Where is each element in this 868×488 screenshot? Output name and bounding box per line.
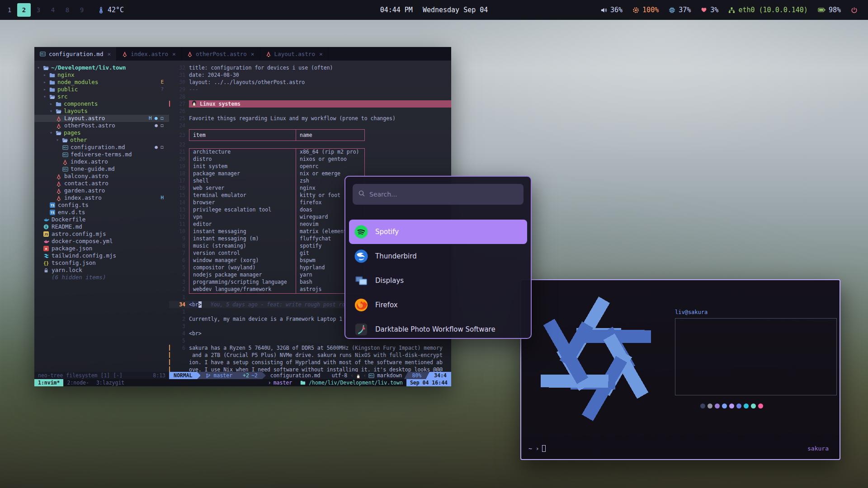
launcher-item[interactable]: Displays xyxy=(349,268,527,293)
editor-tab[interactable]: configuration.md × xyxy=(34,47,117,61)
tree-item[interactable]: {} tsconfig.json xyxy=(34,259,169,267)
tree-item[interactable]: ~/Development/liv.town xyxy=(34,64,169,71)
tree-item-label: index.astro xyxy=(64,194,102,202)
status-module[interactable] xyxy=(851,7,861,14)
tree-item[interactable]: layouts xyxy=(34,108,169,115)
tree-item[interactable]: TS config.ts xyxy=(34,202,169,209)
expander-icon[interactable] xyxy=(50,100,56,108)
app-label: Thunderbird xyxy=(375,252,417,260)
tree-item-label: src xyxy=(57,93,68,100)
status-module[interactable]: 98% xyxy=(818,6,841,14)
line-number: 24 xyxy=(173,122,189,129)
workspace-label: 8 xyxy=(66,6,69,14)
line-number: 6 xyxy=(173,344,189,352)
tree-item[interactable]: Dockerfile xyxy=(34,216,169,223)
status-module[interactable]: 36% xyxy=(600,6,623,14)
terminal-window[interactable]: liv@sakura OS: NixOS 24.11.20240828.71e9… xyxy=(520,279,840,460)
workspace-button[interactable]: 9 xyxy=(75,3,89,17)
tab-close-icon[interactable]: × xyxy=(319,51,323,57)
expander-icon[interactable] xyxy=(50,129,56,136)
status-module[interactable]: 100% xyxy=(632,6,659,14)
tree-item[interactable]: public ? xyxy=(34,86,169,93)
fetch-field: Shell: zsh 5.9 xyxy=(680,361,832,368)
shell-prompt[interactable]: ~ › xyxy=(528,445,546,452)
tree-item-label: other xyxy=(70,136,87,144)
expander-icon[interactable] xyxy=(50,108,56,115)
workspace-button[interactable]: 4 xyxy=(46,3,60,17)
tree-item[interactable]: garden.astro xyxy=(34,187,169,194)
launcher-item[interactable]: Thunderbird xyxy=(349,244,527,268)
tree-item[interactable]: yarn.lock xyxy=(34,267,169,274)
tree-item[interactable]: n package.json xyxy=(34,245,169,252)
tree-item[interactable]: configuration.md ● ◻ xyxy=(34,144,169,151)
expander-icon[interactable] xyxy=(56,136,62,144)
table-cell-item: programming/scripting language xyxy=(189,279,296,286)
tree-item[interactable]: nginx xyxy=(34,71,169,79)
markdown-header-line: 27 Linux systems xyxy=(169,100,451,108)
status-text: 37% xyxy=(679,6,691,14)
launcher-item[interactable]: Spotify xyxy=(349,220,527,244)
tree-item[interactable]: (6 hidden items) xyxy=(34,274,169,281)
tree-item[interactable]: pages xyxy=(34,129,169,136)
file-encoding: utf-8 xyxy=(330,372,349,379)
file-icon xyxy=(56,188,64,194)
tree-item[interactable]: index.astro H xyxy=(34,194,169,202)
tree-item[interactable]: i README.md xyxy=(34,223,169,230)
editor-tab[interactable]: index.astro × xyxy=(117,47,182,61)
tree-item[interactable]: contact.astro xyxy=(34,180,169,187)
tree-item[interactable]: Layout.astro H ● ◻ xyxy=(34,115,169,122)
expander-icon[interactable] xyxy=(43,71,49,79)
table-cell-item: vpn xyxy=(189,214,296,221)
tab-close-icon[interactable]: × xyxy=(251,51,255,57)
expander-icon[interactable] xyxy=(43,79,49,86)
line-number: 8 xyxy=(169,242,189,249)
table-row: architecture x86_64 (rip m2 pro) xyxy=(189,149,364,156)
launcher-item[interactable]: Firefox xyxy=(349,293,527,317)
editor-tab[interactable]: Layout.astro × xyxy=(260,47,329,61)
tree-item[interactable]: components xyxy=(34,100,169,108)
tree-item[interactable]: docker-compose.yml xyxy=(34,238,169,245)
status-module[interactable]: 37% xyxy=(669,6,691,14)
table-row: privilege escalation tool doas xyxy=(189,206,364,214)
tree-item[interactable]: fediverse-terms.md xyxy=(34,151,169,158)
launcher-item[interactable]: Darktable Photo Workflow Software xyxy=(349,317,527,339)
workspace-button[interactable]: 1 xyxy=(3,3,16,17)
file-icon xyxy=(56,174,64,179)
expander-icon[interactable] xyxy=(43,93,49,100)
expander-icon[interactable] xyxy=(43,86,49,93)
tmux-window[interactable]: 2:node- xyxy=(63,379,92,386)
status-module[interactable]: eth0 (10.0.0.140) xyxy=(728,6,808,14)
expander-icon[interactable] xyxy=(37,64,43,71)
editor-tab[interactable]: otherPost.astro × xyxy=(182,47,260,61)
table-row: vpn wireguard xyxy=(189,214,364,221)
tree-item[interactable]: src xyxy=(34,93,169,100)
table-cell-item: browser xyxy=(189,199,296,206)
workspace-button[interactable]: 2 xyxy=(17,3,31,17)
tmux-window[interactable]: 1:nvim* xyxy=(34,379,63,386)
table-row: window manager (xorg) bspwm xyxy=(189,257,364,264)
status-module[interactable]: 3% xyxy=(701,6,718,14)
tree-item[interactable]: balcony.astro xyxy=(34,173,169,180)
tree-item[interactable]: tone-guide.md xyxy=(34,165,169,173)
topbar-left: 1 2 3 4 8 xyxy=(0,3,124,17)
workspace-button[interactable]: 3 xyxy=(32,3,45,17)
tree-item[interactable]: TS env.d.ts xyxy=(34,209,169,216)
table-row: package manager nix or emerge xyxy=(189,170,364,178)
file-icon xyxy=(62,167,71,172)
file-type-icon xyxy=(266,51,271,57)
tree-item[interactable]: index.astro xyxy=(34,158,169,165)
statusline: neo-tree filesystem [1] [-] 8:13 NORMAL … xyxy=(34,372,451,379)
tree-item[interactable]: node_modules E xyxy=(34,79,169,86)
workspace-button[interactable]: 8 xyxy=(61,3,74,17)
tab-close-icon[interactable]: × xyxy=(172,51,176,57)
search-input[interactable] xyxy=(369,191,518,198)
tmux-window[interactable]: 3:lazygit xyxy=(93,379,128,386)
search-box[interactable] xyxy=(353,184,524,205)
tree-item[interactable]: JS astro.config.mjs xyxy=(34,230,169,238)
neotree-panel: ~/Development/liv.town nginx xyxy=(34,61,169,372)
tree-item[interactable]: other xyxy=(34,136,169,144)
tree-item[interactable]: tailwind.config.mjs xyxy=(34,252,169,259)
tree-item[interactable]: otherPost.astro ● ◻ xyxy=(34,122,169,129)
tab-close-icon[interactable]: × xyxy=(107,51,111,57)
tree-item-label: components xyxy=(64,100,98,108)
